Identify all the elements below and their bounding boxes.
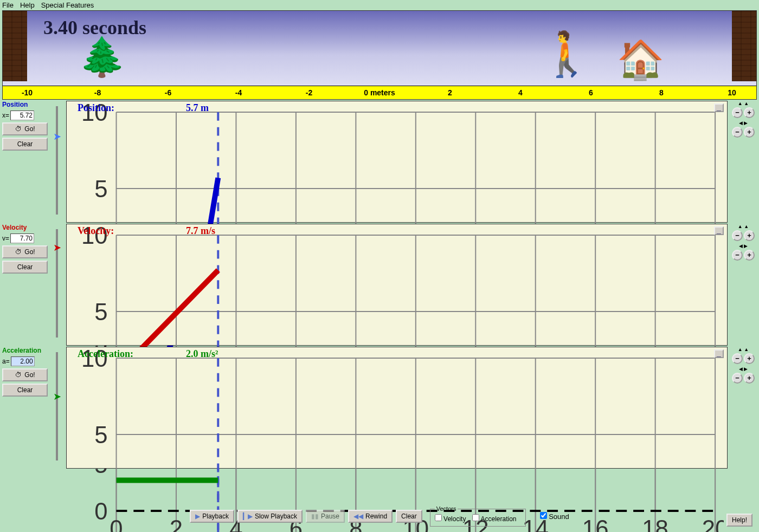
ruler-tick: -2 — [306, 88, 312, 97]
horizontal-arrows-icon: ◀ ▶ — [739, 366, 748, 372]
ruler-tick: 2 — [448, 88, 452, 97]
ruler-tick: -4 — [235, 88, 242, 97]
acceleration-var-label: a= — [2, 358, 10, 365]
menu-file[interactable]: File — [2, 1, 14, 9]
position-chart-label: Position: — [78, 102, 114, 114]
playback-button[interactable]: ▶Playback — [190, 510, 234, 523]
acceleration-y-zoom-out[interactable]: − — [732, 353, 743, 364]
acceleration-chart-label: Acceleration: — [78, 348, 133, 360]
acceleration-chart: 02468101214161820-10-50510 Acceleration:… — [66, 347, 728, 469]
acceleration-x-zoom-out[interactable]: − — [732, 373, 743, 384]
acceleration-row: Acceleration a= ⏱Go! Clear ➤ 02468101214… — [2, 347, 757, 469]
acceleration-header: Acceleration — [2, 347, 48, 354]
ruler-tick: -6 — [165, 88, 171, 97]
position-x-zoom-in[interactable]: + — [744, 127, 755, 138]
position-ruler: -10-8-6-4-20 meters246810 — [3, 86, 756, 99]
position-row: Position x= ⏱Go! Clear ➤ 024681012141618… — [2, 101, 757, 223]
position-clear-button[interactable]: Clear — [2, 138, 48, 151]
menubar: File Help Special Features — [0, 0, 759, 10]
svg-text:5: 5 — [94, 299, 107, 325]
position-minimize-button[interactable]: _ — [714, 103, 724, 112]
tree-icon: 🌲 — [79, 38, 126, 76]
menu-special[interactable]: Special Features — [41, 1, 94, 9]
vertical-arrows-icon: ▲ ▲ — [738, 224, 749, 229]
ruler-tick: 8 — [659, 88, 664, 97]
ruler-tick: 6 — [589, 88, 593, 97]
acceleration-minimize-button[interactable]: _ — [714, 349, 724, 358]
ruler-tick: -8 — [94, 88, 101, 97]
velocity-chart: 02468101214161820-10-50510 Velocity: 7.7… — [66, 224, 728, 346]
stopwatch-icon: ⏱ — [15, 371, 22, 379]
velocity-minimize-button[interactable]: _ — [714, 226, 724, 235]
position-x-zoom-out[interactable]: − — [732, 127, 743, 138]
velocity-input[interactable] — [10, 233, 34, 243]
velocity-chart-label: Velocity: — [78, 225, 114, 237]
vectors-panel: Vectors Velocity Acceleration — [430, 505, 526, 527]
sound-checkbox[interactable] — [540, 512, 547, 519]
house-icon: 🏠 — [617, 41, 664, 79]
right-wall — [732, 11, 756, 81]
vectors-velocity-checkbox[interactable] — [435, 514, 442, 521]
acceleration-zoom-controls: ▲ ▲−+ ◀ ▶−+ — [730, 347, 757, 389]
position-controls: Position x= ⏱Go! Clear — [2, 101, 48, 151]
velocity-header: Velocity — [2, 224, 48, 231]
vertical-arrows-icon: ▲ ▲ — [738, 101, 749, 106]
slow-play-icon: ▎▶ — [243, 512, 253, 520]
horizontal-arrows-icon: ◀ ▶ — [739, 120, 748, 126]
ruler-tick: 0 meters — [364, 88, 395, 97]
position-go-button[interactable]: ⏱Go! — [2, 122, 48, 135]
position-var-label: x= — [2, 112, 9, 119]
ruler-tick: -10 — [22, 88, 33, 97]
velocity-y-zoom-out[interactable]: − — [732, 230, 743, 241]
acceleration-input[interactable] — [11, 356, 35, 366]
position-slider[interactable]: ➤ — [50, 101, 64, 220]
acceleration-x-zoom-in[interactable]: + — [744, 373, 755, 384]
playback-bar: ▶Playback ▎▶Slow Playback ▮▮Pause ◀◀Rewi… — [0, 503, 759, 529]
velocity-row: Velocity v= ⏱Go! Clear ➤ 024681012141618… — [2, 224, 757, 346]
velocity-var-label: v= — [2, 235, 9, 242]
acceleration-clear-button[interactable]: Clear — [2, 384, 48, 397]
vectors-acceleration-checkbox[interactable] — [472, 514, 479, 521]
velocity-slider[interactable]: ➤ — [50, 224, 64, 343]
stopwatch-icon: ⏱ — [15, 248, 22, 256]
velocity-x-zoom-out[interactable]: − — [732, 250, 743, 261]
velocity-y-zoom-in[interactable]: + — [744, 230, 755, 241]
position-slider-thumb[interactable]: ➤ — [53, 131, 61, 142]
rewind-icon: ◀◀ — [353, 512, 363, 520]
position-y-zoom-out[interactable]: − — [732, 107, 743, 118]
slow-playback-button[interactable]: ▎▶Slow Playback — [237, 510, 303, 523]
ruler-tick: 4 — [518, 88, 523, 97]
position-chart-reading: 5.7 m — [186, 102, 209, 114]
acceleration-slider-thumb[interactable]: ➤ — [53, 391, 61, 403]
help-button[interactable]: Help! — [726, 514, 752, 527]
pause-button[interactable]: ▮▮Pause — [306, 510, 345, 523]
position-input[interactable] — [10, 111, 34, 120]
velocity-x-zoom-in[interactable]: + — [744, 250, 755, 261]
position-zoom-controls: ▲ ▲−+ ◀ ▶−+ — [730, 101, 757, 143]
position-header: Position — [2, 101, 48, 108]
rewind-button[interactable]: ◀◀Rewind — [348, 510, 393, 523]
walking-man[interactable]: 🚶 — [539, 33, 594, 76]
vertical-arrows-icon: ▲ ▲ — [738, 347, 749, 352]
left-wall — [3, 11, 27, 81]
horizontal-arrows-icon: ◀ ▶ — [739, 243, 748, 249]
acceleration-go-button[interactable]: ⏱Go! — [2, 368, 48, 381]
position-chart: 02468101214161820-10-50510 Position: 5.7… — [66, 101, 728, 223]
acceleration-chart-reading: 2.0 m/s² — [186, 348, 218, 360]
svg-text:5: 5 — [94, 176, 107, 202]
velocity-go-button[interactable]: ⏱Go! — [2, 245, 48, 258]
svg-text:5: 5 — [94, 421, 107, 448]
pause-icon: ▮▮ — [311, 512, 319, 520]
position-y-zoom-in[interactable]: + — [744, 107, 755, 118]
velocity-clear-button[interactable]: Clear — [2, 261, 48, 274]
stopwatch-icon: ⏱ — [15, 125, 22, 133]
play-icon: ▶ — [195, 512, 200, 520]
clear-all-button[interactable]: Clear — [396, 510, 422, 523]
velocity-controls: Velocity v= ⏱Go! Clear — [2, 224, 48, 274]
velocity-zoom-controls: ▲ ▲−+ ◀ ▶−+ — [730, 224, 757, 266]
acceleration-y-zoom-in[interactable]: + — [744, 353, 755, 364]
charts-area: Position x= ⏱Go! Clear ➤ 024681012141618… — [0, 100, 759, 470]
menu-help[interactable]: Help — [20, 1, 35, 9]
acceleration-slider[interactable]: ➤ — [50, 347, 64, 466]
velocity-slider-thumb[interactable]: ➤ — [53, 242, 61, 254]
